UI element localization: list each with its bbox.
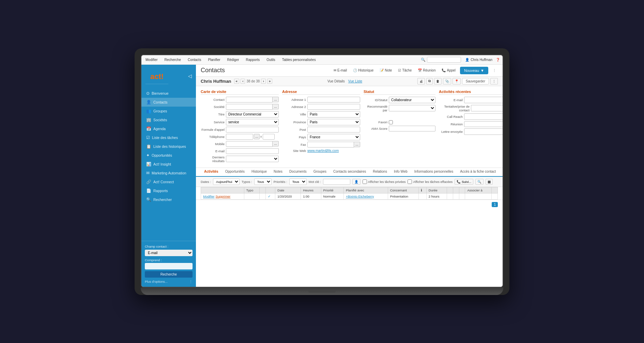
- search-tasks-button[interactable]: 🔍: [475, 179, 484, 185]
- menu-rediger[interactable]: Rédiger: [226, 57, 241, 62]
- post-input[interactable]: 75019: [307, 127, 360, 132]
- sidebar-item-taches[interactable]: ☑ Liste des tâches: [141, 133, 196, 142]
- tab-notes[interactable]: Notes: [270, 168, 286, 177]
- tab-activites[interactable]: Activités: [201, 168, 222, 177]
- sidebar-item-insight[interactable]: 📊 Act! Insight: [141, 160, 196, 169]
- societe-lookup-button[interactable]: …: [273, 104, 279, 109]
- telephone-btn[interactable]: …: [254, 134, 260, 139]
- service-select[interactable]: service: [226, 119, 279, 125]
- sidebar-collapse-icon[interactable]: ◁: [188, 73, 192, 79]
- tab-infos-perso[interactable]: Informations personnelles: [411, 168, 457, 177]
- sidebar-item-historiques[interactable]: 📋 Liste des historiques: [141, 142, 196, 151]
- menu-contacts[interactable]: Contacts: [186, 57, 202, 62]
- sauvegarder-button[interactable]: Sauvegarder: [462, 78, 489, 84]
- copy-button[interactable]: ⧉: [426, 78, 433, 84]
- record-more-button[interactable]: ⋮: [490, 78, 498, 84]
- recommande-select[interactable]: [389, 105, 435, 111]
- menu-outils[interactable]: Outils: [265, 57, 277, 62]
- ville-select[interactable]: Paris: [307, 111, 360, 118]
- province-select[interactable]: Paris: [307, 119, 360, 125]
- tache-button[interactable]: ☑ Tâche: [396, 67, 413, 73]
- sidebar-item-societes[interactable]: 🏢 Sociétés: [141, 115, 196, 124]
- motcle-input[interactable]: [323, 179, 350, 185]
- sidebar-item-contacts[interactable]: 👤 Contacts: [141, 98, 196, 107]
- email-button[interactable]: ✉ E-mail: [332, 67, 349, 73]
- tab-opportunites[interactable]: Opportunités: [222, 168, 248, 177]
- planifie-link[interactable]: +Bixinto Etcheberry: [346, 194, 374, 198]
- sidebar-item-rapports[interactable]: 📄 Rapports: [141, 186, 196, 195]
- vue-liste-link[interactable]: Vue Liste: [348, 79, 362, 83]
- reunion-button[interactable]: 📅 Réunion: [416, 67, 437, 73]
- telephone-comm-input[interactable]: Comm: [263, 134, 275, 140]
- act-email-select[interactable]: [464, 97, 503, 103]
- tab-relations[interactable]: Relations: [369, 168, 390, 177]
- recherche-button[interactable]: Recherche: [145, 271, 193, 278]
- pays-select[interactable]: France: [307, 134, 360, 140]
- plus-options[interactable]: Plus d'options... ⋮: [145, 280, 193, 283]
- tab-contacts-secondaires[interactable]: Contacts secondaires: [330, 168, 369, 177]
- lettre-select[interactable]: [464, 128, 503, 135]
- derniers-select[interactable]: [226, 156, 279, 162]
- email-field[interactable]: chris.huffmman@martin&fi: [226, 148, 279, 154]
- tab-info-web[interactable]: Info Web: [390, 168, 411, 177]
- next-record-button[interactable]: ›: [261, 79, 265, 84]
- callreach-select[interactable]: [464, 113, 503, 120]
- nouveau-button[interactable]: Nouveau ▼: [460, 67, 488, 74]
- mobile-btn[interactable]: …: [273, 141, 279, 146]
- last-record-button[interactable]: »: [267, 79, 273, 84]
- siteweb-link[interactable]: www.martin&fils.com: [307, 149, 339, 153]
- dates-select[interactable]: Aujourd'hui: [213, 178, 240, 185]
- delete-button[interactable]: 🗑: [434, 78, 442, 84]
- menu-modifier[interactable]: Modifier: [144, 57, 159, 62]
- attach-button[interactable]: 📎: [443, 78, 451, 84]
- more-options-button[interactable]: ⋮: [491, 67, 498, 73]
- tab-historique[interactable]: Historique: [248, 168, 270, 177]
- menu-search-input[interactable]: [427, 57, 461, 63]
- comprend-input[interactable]: [145, 263, 193, 269]
- ama-input[interactable]: [389, 126, 435, 131]
- historique-button[interactable]: 🕐 Historique: [351, 67, 375, 73]
- formule-input[interactable]: Chris: [226, 127, 279, 132]
- sidebar-item-bienvenue[interactable]: ⊙ Bienvenue: [141, 89, 196, 98]
- tab-acces[interactable]: Accès à la fiche contact: [457, 168, 499, 177]
- telephone-input[interactable]: 0155263477: [226, 134, 253, 140]
- tab-documents[interactable]: Documents: [286, 168, 310, 177]
- appel-button[interactable]: 📞 Appel: [440, 67, 457, 73]
- tab-champs[interactable]: Champs utilisateur: [499, 168, 503, 177]
- priorites-select[interactable]: Tous: [289, 178, 307, 185]
- page-number[interactable]: 1: [492, 202, 498, 207]
- menu-rapports[interactable]: Rapports: [245, 57, 261, 62]
- favori-checkbox[interactable]: [389, 120, 393, 124]
- suivi-button[interactable]: 📞 Suivi...: [455, 179, 473, 185]
- grid-view-button[interactable]: ▦: [486, 179, 493, 185]
- tentative-select[interactable]: [471, 105, 503, 111]
- menu-planifier[interactable]: Planifier: [206, 57, 221, 62]
- prev-record-button[interactable]: ‹: [241, 79, 245, 84]
- row-check[interactable]: ✓: [265, 193, 275, 199]
- sidebar-item-rechercher[interactable]: 🔍 Rechercher: [141, 195, 196, 204]
- adresse2-input[interactable]: [307, 104, 360, 110]
- adresse1-input[interactable]: 11 rue de Cambrai: [307, 97, 360, 103]
- contact-input[interactable]: Chris Huffman: [226, 97, 273, 103]
- reunion-input[interactable]: 8/26/2019: [464, 121, 503, 127]
- idstatut-select[interactable]: Collaborateur: [389, 97, 435, 103]
- edit-task-button[interactable]: Modifier: [203, 194, 215, 198]
- menu-recherche[interactable]: Recherche: [163, 57, 182, 62]
- sidebar-item-groupes[interactable]: 👥 Groupes: [141, 107, 196, 115]
- mobile-input[interactable]: 0835987946: [226, 141, 273, 147]
- first-record-button[interactable]: «: [234, 79, 240, 84]
- champ-select[interactable]: E-mail: [145, 250, 193, 256]
- location-button[interactable]: 📍: [453, 78, 461, 84]
- sidebar-item-marketing[interactable]: ✉ Marketing Automation: [141, 169, 196, 177]
- print-button[interactable]: 🖨: [417, 78, 425, 84]
- typos-select[interactable]: Tous: [254, 178, 272, 185]
- note-button[interactable]: 📝 Note: [378, 67, 394, 73]
- fax-btn[interactable]: …: [354, 142, 360, 147]
- sidebar-item-opportunites[interactable]: ✦ Opportunités: [141, 151, 196, 160]
- afficher-prives-checkbox[interactable]: [363, 180, 367, 184]
- sidebar-item-agenda[interactable]: 📅 Agenda: [141, 124, 196, 133]
- titre-select[interactable]: Directeur Commercial: [226, 111, 279, 118]
- contact-lookup-button[interactable]: …: [273, 97, 279, 102]
- societe-input[interactable]: Martin & Fils: [226, 104, 273, 110]
- sidebar-item-connect[interactable]: 🔗 Act! Connect: [141, 177, 196, 186]
